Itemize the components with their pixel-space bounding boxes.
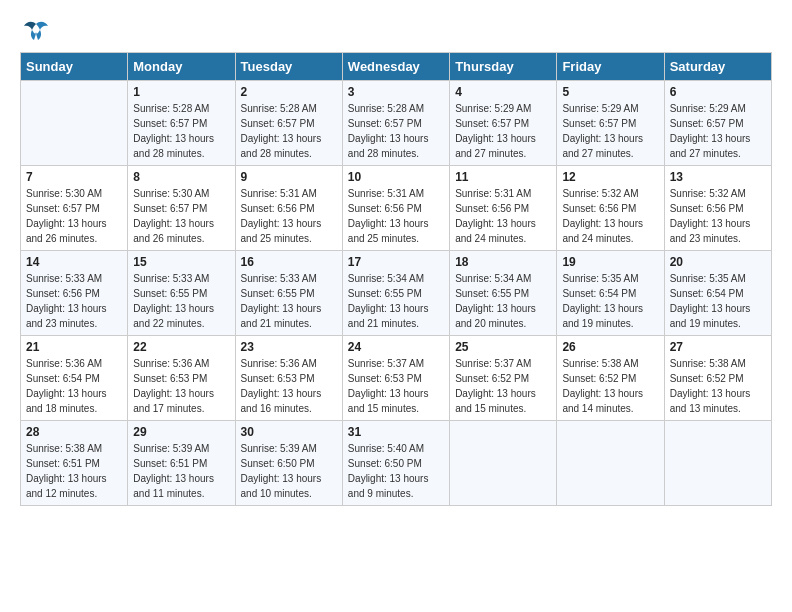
week-row-1: 1Sunrise: 5:28 AM Sunset: 6:57 PM Daylig… <box>21 81 772 166</box>
day-info: Sunrise: 5:38 AM Sunset: 6:52 PM Dayligh… <box>562 356 658 416</box>
calendar-cell: 19Sunrise: 5:35 AM Sunset: 6:54 PM Dayli… <box>557 251 664 336</box>
calendar-cell <box>21 81 128 166</box>
calendar-cell: 14Sunrise: 5:33 AM Sunset: 6:56 PM Dayli… <box>21 251 128 336</box>
day-number: 10 <box>348 170 444 184</box>
day-number: 23 <box>241 340 337 354</box>
calendar-cell: 23Sunrise: 5:36 AM Sunset: 6:53 PM Dayli… <box>235 336 342 421</box>
calendar-cell: 30Sunrise: 5:39 AM Sunset: 6:50 PM Dayli… <box>235 421 342 506</box>
day-number: 24 <box>348 340 444 354</box>
calendar-cell: 12Sunrise: 5:32 AM Sunset: 6:56 PM Dayli… <box>557 166 664 251</box>
day-number: 28 <box>26 425 122 439</box>
day-number: 16 <box>241 255 337 269</box>
logo <box>20 20 52 42</box>
day-info: Sunrise: 5:35 AM Sunset: 6:54 PM Dayligh… <box>562 271 658 331</box>
day-info: Sunrise: 5:33 AM Sunset: 6:55 PM Dayligh… <box>133 271 229 331</box>
day-info: Sunrise: 5:34 AM Sunset: 6:55 PM Dayligh… <box>455 271 551 331</box>
day-number: 31 <box>348 425 444 439</box>
day-info: Sunrise: 5:38 AM Sunset: 6:51 PM Dayligh… <box>26 441 122 501</box>
day-info: Sunrise: 5:31 AM Sunset: 6:56 PM Dayligh… <box>348 186 444 246</box>
day-number: 21 <box>26 340 122 354</box>
day-info: Sunrise: 5:32 AM Sunset: 6:56 PM Dayligh… <box>670 186 766 246</box>
day-number: 3 <box>348 85 444 99</box>
day-info: Sunrise: 5:39 AM Sunset: 6:50 PM Dayligh… <box>241 441 337 501</box>
day-info: Sunrise: 5:29 AM Sunset: 6:57 PM Dayligh… <box>670 101 766 161</box>
day-number: 22 <box>133 340 229 354</box>
day-info: Sunrise: 5:34 AM Sunset: 6:55 PM Dayligh… <box>348 271 444 331</box>
calendar-cell: 25Sunrise: 5:37 AM Sunset: 6:52 PM Dayli… <box>450 336 557 421</box>
calendar-cell <box>664 421 771 506</box>
day-info: Sunrise: 5:29 AM Sunset: 6:57 PM Dayligh… <box>562 101 658 161</box>
day-info: Sunrise: 5:37 AM Sunset: 6:52 PM Dayligh… <box>455 356 551 416</box>
day-number: 14 <box>26 255 122 269</box>
calendar-cell: 16Sunrise: 5:33 AM Sunset: 6:55 PM Dayli… <box>235 251 342 336</box>
day-info: Sunrise: 5:28 AM Sunset: 6:57 PM Dayligh… <box>241 101 337 161</box>
day-number: 4 <box>455 85 551 99</box>
day-number: 8 <box>133 170 229 184</box>
calendar-cell: 9Sunrise: 5:31 AM Sunset: 6:56 PM Daylig… <box>235 166 342 251</box>
day-number: 2 <box>241 85 337 99</box>
calendar-cell: 3Sunrise: 5:28 AM Sunset: 6:57 PM Daylig… <box>342 81 449 166</box>
calendar-table: SundayMondayTuesdayWednesdayThursdayFrid… <box>20 52 772 506</box>
day-info: Sunrise: 5:37 AM Sunset: 6:53 PM Dayligh… <box>348 356 444 416</box>
calendar-cell: 6Sunrise: 5:29 AM Sunset: 6:57 PM Daylig… <box>664 81 771 166</box>
col-header-friday: Friday <box>557 53 664 81</box>
day-number: 18 <box>455 255 551 269</box>
calendar-cell: 20Sunrise: 5:35 AM Sunset: 6:54 PM Dayli… <box>664 251 771 336</box>
calendar-cell: 7Sunrise: 5:30 AM Sunset: 6:57 PM Daylig… <box>21 166 128 251</box>
calendar-cell: 11Sunrise: 5:31 AM Sunset: 6:56 PM Dayli… <box>450 166 557 251</box>
week-row-4: 21Sunrise: 5:36 AM Sunset: 6:54 PM Dayli… <box>21 336 772 421</box>
calendar-cell: 31Sunrise: 5:40 AM Sunset: 6:50 PM Dayli… <box>342 421 449 506</box>
day-info: Sunrise: 5:31 AM Sunset: 6:56 PM Dayligh… <box>241 186 337 246</box>
day-number: 11 <box>455 170 551 184</box>
logo-bird-icon <box>22 20 50 42</box>
day-number: 15 <box>133 255 229 269</box>
day-info: Sunrise: 5:28 AM Sunset: 6:57 PM Dayligh… <box>348 101 444 161</box>
day-number: 20 <box>670 255 766 269</box>
calendar-cell <box>450 421 557 506</box>
day-number: 26 <box>562 340 658 354</box>
week-row-5: 28Sunrise: 5:38 AM Sunset: 6:51 PM Dayli… <box>21 421 772 506</box>
day-number: 30 <box>241 425 337 439</box>
day-info: Sunrise: 5:32 AM Sunset: 6:56 PM Dayligh… <box>562 186 658 246</box>
day-info: Sunrise: 5:29 AM Sunset: 6:57 PM Dayligh… <box>455 101 551 161</box>
calendar-cell: 5Sunrise: 5:29 AM Sunset: 6:57 PM Daylig… <box>557 81 664 166</box>
col-header-thursday: Thursday <box>450 53 557 81</box>
calendar-cell: 21Sunrise: 5:36 AM Sunset: 6:54 PM Dayli… <box>21 336 128 421</box>
calendar-cell: 27Sunrise: 5:38 AM Sunset: 6:52 PM Dayli… <box>664 336 771 421</box>
day-info: Sunrise: 5:30 AM Sunset: 6:57 PM Dayligh… <box>133 186 229 246</box>
day-number: 12 <box>562 170 658 184</box>
day-info: Sunrise: 5:39 AM Sunset: 6:51 PM Dayligh… <box>133 441 229 501</box>
week-row-2: 7Sunrise: 5:30 AM Sunset: 6:57 PM Daylig… <box>21 166 772 251</box>
calendar-cell: 17Sunrise: 5:34 AM Sunset: 6:55 PM Dayli… <box>342 251 449 336</box>
calendar-cell: 8Sunrise: 5:30 AM Sunset: 6:57 PM Daylig… <box>128 166 235 251</box>
day-info: Sunrise: 5:40 AM Sunset: 6:50 PM Dayligh… <box>348 441 444 501</box>
day-info: Sunrise: 5:36 AM Sunset: 6:53 PM Dayligh… <box>133 356 229 416</box>
col-header-tuesday: Tuesday <box>235 53 342 81</box>
week-row-3: 14Sunrise: 5:33 AM Sunset: 6:56 PM Dayli… <box>21 251 772 336</box>
calendar-cell: 4Sunrise: 5:29 AM Sunset: 6:57 PM Daylig… <box>450 81 557 166</box>
calendar-cell: 22Sunrise: 5:36 AM Sunset: 6:53 PM Dayli… <box>128 336 235 421</box>
day-number: 13 <box>670 170 766 184</box>
calendar-cell: 15Sunrise: 5:33 AM Sunset: 6:55 PM Dayli… <box>128 251 235 336</box>
day-number: 19 <box>562 255 658 269</box>
day-info: Sunrise: 5:33 AM Sunset: 6:56 PM Dayligh… <box>26 271 122 331</box>
day-info: Sunrise: 5:38 AM Sunset: 6:52 PM Dayligh… <box>670 356 766 416</box>
day-info: Sunrise: 5:33 AM Sunset: 6:55 PM Dayligh… <box>241 271 337 331</box>
calendar-cell <box>557 421 664 506</box>
calendar-cell: 28Sunrise: 5:38 AM Sunset: 6:51 PM Dayli… <box>21 421 128 506</box>
day-info: Sunrise: 5:35 AM Sunset: 6:54 PM Dayligh… <box>670 271 766 331</box>
day-number: 9 <box>241 170 337 184</box>
day-number: 6 <box>670 85 766 99</box>
page-header <box>20 20 772 42</box>
col-header-sunday: Sunday <box>21 53 128 81</box>
day-number: 5 <box>562 85 658 99</box>
day-info: Sunrise: 5:36 AM Sunset: 6:54 PM Dayligh… <box>26 356 122 416</box>
day-number: 29 <box>133 425 229 439</box>
col-header-monday: Monday <box>128 53 235 81</box>
day-number: 17 <box>348 255 444 269</box>
day-number: 27 <box>670 340 766 354</box>
col-header-saturday: Saturday <box>664 53 771 81</box>
calendar-cell: 1Sunrise: 5:28 AM Sunset: 6:57 PM Daylig… <box>128 81 235 166</box>
day-number: 7 <box>26 170 122 184</box>
calendar-cell: 2Sunrise: 5:28 AM Sunset: 6:57 PM Daylig… <box>235 81 342 166</box>
